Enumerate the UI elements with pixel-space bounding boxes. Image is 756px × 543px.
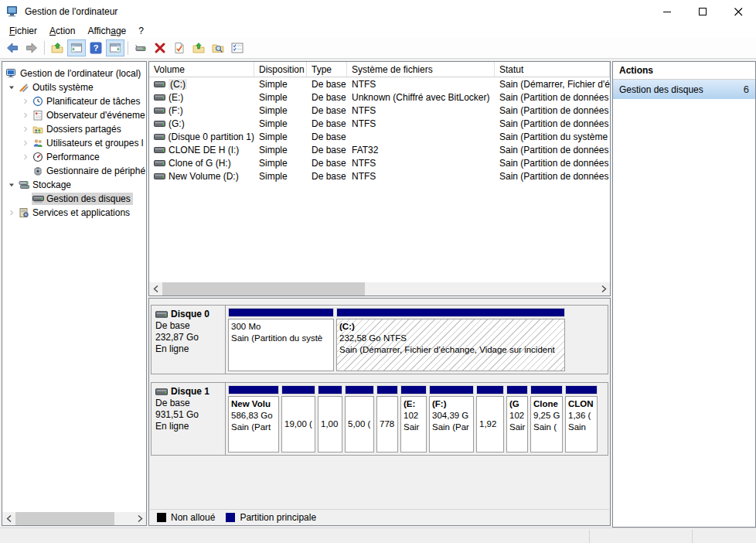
- partition-disk1-clone-h[interactable]: CLON1,36 (Sain: [565, 385, 598, 452]
- chevron-collapsed-icon[interactable]: [19, 151, 32, 163]
- tree-item-stockage[interactable]: Stockage: [2, 178, 146, 192]
- volume-list-header: Volume Disposition Type Système de fichi…: [149, 62, 610, 77]
- column-header-disposition[interactable]: Disposition: [254, 62, 307, 77]
- console-tree-panel: Gestion de l'ordinateur (local) Outils s…: [2, 61, 147, 526]
- tree-item-utilisateurs-et-groupes[interactable]: Utilisateurs et groupes l: [2, 136, 146, 150]
- volume-row-e[interactable]: (E:) Simple De base Unknown (Chiffré ave…: [149, 90, 610, 104]
- partition-disk1-3[interactable]: 1,00: [318, 385, 342, 452]
- partition-disk0-c[interactable]: (C:) 232,58 Go NTFS Sain (Démarrer, Fich…: [336, 308, 565, 371]
- search-folder-icon[interactable]: [209, 39, 227, 56]
- column-header-statut[interactable]: Statut: [495, 62, 610, 77]
- drive-icon: [154, 160, 165, 166]
- forward-arrow-icon[interactable]: [22, 39, 41, 56]
- tree-item-performance[interactable]: Performance: [2, 150, 146, 164]
- console-tree: Gestion de l'ordinateur (local) Outils s…: [2, 62, 146, 220]
- partition-disk1-clone[interactable]: Clone9,25 GSain (: [530, 385, 563, 452]
- tree-item-outils-systeme[interactable]: Outils système: [2, 80, 146, 94]
- chevron-collapsed-icon[interactable]: [19, 109, 32, 121]
- volume-row-f[interactable]: (F:) Simple De base NTFS Sain (Partition…: [149, 104, 610, 117]
- volume-row-c[interactable]: (C:) Simple De base NTFS Sain (Démarrer,…: [149, 77, 610, 90]
- menu-fichier[interactable]: Fichier: [3, 24, 43, 38]
- disk-0-row: Disque 0 De base 232,87 Go En ligne 300 …: [151, 305, 608, 374]
- disk-0-descriptor[interactable]: Disque 0 De base 232,87 Go En ligne: [152, 306, 226, 374]
- partition-disk1-e[interactable]: (E:102Sair: [400, 385, 427, 452]
- disk-icon: [155, 388, 168, 395]
- volume-row-clone-de-h[interactable]: CLONE DE H (I:) Simple De base FAT32 Sai…: [149, 143, 610, 156]
- partition-disk1-new-volume[interactable]: New Volu586,83 GoSain (Part: [228, 385, 279, 452]
- partition-disk1-4[interactable]: 5,00 (: [345, 385, 374, 452]
- tree-item-dossiers-partages[interactable]: Dossiers partagés: [2, 122, 146, 136]
- tree-item-computer-management-local[interactable]: Gestion de l'ordinateur (local): [2, 67, 146, 80]
- column-header-systeme-de-fichiers[interactable]: Système de fichiers: [347, 62, 495, 77]
- legend-primary-partition-swatch: [226, 513, 235, 522]
- help-icon[interactable]: ?: [87, 39, 105, 56]
- partition-disk0-system[interactable]: 300 Mo Sain (Partition du systè: [228, 308, 334, 371]
- scroll-right-icon[interactable]: [597, 282, 610, 295]
- chevron-expanded-icon[interactable]: [5, 81, 18, 94]
- disk-1-row: Disque 1 De base 931,51 Go En ligne New …: [151, 382, 608, 456]
- chevron-expanded-icon[interactable]: [5, 179, 18, 191]
- partition-disk1-g[interactable]: (G102Sair: [506, 385, 528, 452]
- export-list-icon[interactable]: [48, 39, 66, 56]
- drive-icon: [154, 147, 165, 153]
- maximize-button[interactable]: [685, 0, 720, 23]
- show-console-tree-icon[interactable]: [67, 39, 86, 56]
- shared-folders-icon: [32, 124, 44, 135]
- scroll-left-icon[interactable]: [2, 512, 15, 525]
- actions-item-gestion-des-disques[interactable]: Gestion des disques 6: [613, 80, 755, 99]
- disk-tool-icon[interactable]: [131, 39, 150, 56]
- close-button[interactable]: [720, 0, 756, 23]
- tree-item-planificateur-de-taches[interactable]: Planificateur de tâches: [2, 94, 146, 108]
- performance-icon: [32, 152, 44, 163]
- actions-collapse-glyph[interactable]: 6: [744, 84, 749, 95]
- tree-item-gestionnaire-de-peripheriques[interactable]: Gestionnaire de périphé: [2, 164, 146, 178]
- volume-row-disque0-partition1[interactable]: (Disque 0 partition 1) Simple De base Sa…: [149, 130, 610, 143]
- column-header-volume[interactable]: Volume: [149, 62, 254, 77]
- minimize-button[interactable]: [649, 0, 685, 23]
- volume-list-panel: Volume Disposition Type Système de fichi…: [148, 61, 611, 296]
- chevron-collapsed-icon[interactable]: [19, 95, 32, 108]
- scrollbar-thumb[interactable]: [162, 282, 365, 295]
- tree-item-services-et-applications[interactable]: Services et applications: [2, 206, 146, 220]
- menu-action[interactable]: Action: [43, 24, 81, 38]
- partition-disk1-5[interactable]: 778: [376, 385, 398, 452]
- tree-item-gestion-des-disques[interactable]: Gestion des disques: [2, 192, 146, 206]
- volume-row-new-volume-d[interactable]: New Volume (D:) Simple De base NTFS Sain…: [149, 169, 610, 183]
- toolbar-separator: [44, 41, 45, 55]
- services-icon: [18, 207, 30, 219]
- drive-icon: [154, 173, 165, 179]
- chevron-collapsed-icon[interactable]: [19, 123, 32, 135]
- computer-management-app-icon: [6, 5, 20, 18]
- tree-horizontal-scrollbar[interactable]: [2, 512, 146, 525]
- disk-1-descriptor[interactable]: Disque 1 De base 931,51 Go En ligne: [152, 383, 226, 455]
- scrollbar-thumb[interactable]: [15, 512, 114, 525]
- drive-icon: [154, 94, 165, 101]
- scroll-right-icon[interactable]: [133, 512, 146, 525]
- back-arrow-icon[interactable]: [3, 39, 22, 56]
- scroll-left-icon[interactable]: [149, 282, 162, 295]
- menu-bar: Fichier Action Affichage ?: [0, 23, 756, 38]
- volume-list-horizontal-scrollbar[interactable]: [149, 282, 610, 295]
- chevron-collapsed-icon[interactable]: [19, 137, 32, 149]
- legend-primary-partition-label: Partition principale: [240, 512, 316, 523]
- tree-item-observateur-evenements[interactable]: Observateur d'événeme: [2, 108, 146, 122]
- system-tools-icon: [18, 82, 30, 94]
- storage-icon: [18, 179, 30, 191]
- checklist-icon[interactable]: [228, 39, 247, 56]
- partition-disk1-f[interactable]: (F:)304,39 GSain (Par: [429, 385, 474, 452]
- volume-row-g[interactable]: (G:) Simple De base NTFS Sain (Partition…: [149, 117, 610, 130]
- show-action-pane-icon[interactable]: [106, 39, 124, 56]
- disk-management-icon: [32, 193, 44, 205]
- delete-icon[interactable]: [151, 39, 169, 56]
- volume-row-clone-of-g[interactable]: Clone of G (H:) Simple De base NTFS Sain…: [149, 156, 610, 169]
- up-folder-icon[interactable]: [189, 39, 208, 56]
- disk-icon: [155, 311, 168, 318]
- disk-0-status: En ligne: [155, 343, 225, 355]
- menu-help[interactable]: ?: [132, 24, 150, 38]
- check-document-icon[interactable]: [170, 39, 189, 56]
- chevron-collapsed-icon[interactable]: [5, 207, 18, 219]
- partition-disk1-8[interactable]: 1,92: [476, 385, 504, 452]
- menu-affichage[interactable]: Affichage: [81, 24, 132, 38]
- partition-disk1-2[interactable]: 19,00 (: [281, 385, 315, 452]
- column-header-type[interactable]: Type: [307, 62, 347, 77]
